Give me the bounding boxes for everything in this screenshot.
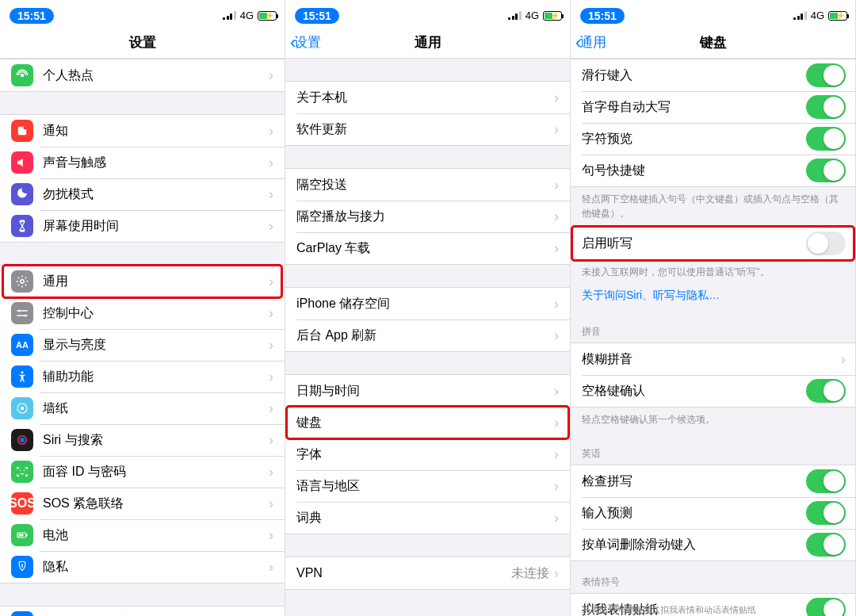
keyboard-row[interactable]: 句号快捷键 bbox=[571, 155, 855, 186]
battery-icon: ⚡ bbox=[543, 11, 562, 21]
section-header: 表情符号 bbox=[571, 561, 855, 593]
status-bar: 15:51 4G ⚡ bbox=[285, 0, 570, 27]
settings-row-hotspot[interactable]: 个人热点 › bbox=[0, 59, 285, 91]
settings-row-notif[interactable]: 通知 › bbox=[0, 115, 285, 147]
settings-row-screentime[interactable]: 屏幕使用时间 › bbox=[0, 210, 285, 242]
row-label: 通知 bbox=[43, 123, 269, 140]
chevron-right-icon: › bbox=[269, 155, 273, 171]
screentime-icon bbox=[11, 215, 33, 237]
network-label: 4G bbox=[525, 10, 539, 21]
signal-icon bbox=[508, 11, 522, 20]
general-row[interactable]: 软件更新 › bbox=[285, 113, 570, 145]
row-label: 显示与亮度 bbox=[43, 337, 269, 354]
row-label: 关于本机 bbox=[296, 90, 554, 106]
dictation-row[interactable]: 启用听写 bbox=[571, 228, 855, 259]
toggle-switch[interactable] bbox=[806, 501, 846, 525]
siri-icon bbox=[11, 429, 33, 451]
back-button[interactable]: ‹ 通用 bbox=[575, 27, 606, 58]
svg-rect-17 bbox=[19, 534, 24, 537]
general-row[interactable]: 后台 App 刷新 › bbox=[285, 319, 570, 351]
chevron-right-icon: › bbox=[554, 327, 559, 344]
general-row[interactable]: iPhone 储存空间 › bbox=[285, 288, 570, 319]
chevron-right-icon: › bbox=[269, 186, 273, 203]
settings-row-sos[interactable]: SOS SOS 紧急联络 › bbox=[0, 488, 285, 519]
status-bar: 15:51 4G ⚡ bbox=[571, 0, 855, 27]
chevron-right-icon: › bbox=[554, 240, 559, 257]
settings-panel: 15:51 4G ⚡ 设置 个人热点 › 通知 › 声音与触感 › bbox=[0, 0, 285, 616]
footer-text: 从表情符号键盘发送拟我表情和动话表情贴纸 bbox=[571, 603, 855, 616]
keyboard-row[interactable]: 按单词删除滑动键入 bbox=[571, 529, 855, 561]
toggle-switch[interactable] bbox=[806, 127, 846, 151]
toggle-switch[interactable] bbox=[806, 231, 846, 255]
settings-list[interactable]: 个人热点 › 通知 › 声音与触感 › 勿扰模式 › 屏幕使用时间 bbox=[0, 59, 285, 616]
general-row[interactable]: 语言与地区 › bbox=[285, 470, 570, 502]
chevron-right-icon: › bbox=[269, 495, 273, 512]
battery-icon: ⚡ bbox=[828, 11, 847, 21]
chevron-right-icon: › bbox=[269, 400, 273, 417]
general-row[interactable]: 词典 › bbox=[285, 502, 570, 534]
row-label: 首字母自动大写 bbox=[582, 99, 806, 116]
keyboard-row[interactable]: 字符预览 bbox=[571, 123, 855, 155]
display-icon: AA bbox=[11, 334, 33, 356]
toggle-switch[interactable] bbox=[806, 63, 846, 87]
toggle-switch[interactable] bbox=[806, 533, 846, 557]
general-row[interactable]: 日期与时间 › bbox=[285, 375, 570, 407]
settings-row-appstore[interactable]: iTunes Store 与 App Store › bbox=[0, 606, 285, 616]
svg-rect-16 bbox=[26, 534, 28, 537]
row-label: 字体 bbox=[296, 446, 554, 463]
appstore-icon bbox=[11, 611, 33, 616]
settings-row-privacy[interactable]: 隐私 › bbox=[0, 551, 285, 583]
keyboard-row[interactable]: 滑行键入 bbox=[571, 59, 855, 91]
navbar: ‹ 通用 键盘 bbox=[571, 27, 855, 59]
settings-row-sound[interactable]: 声音与触感 › bbox=[0, 147, 285, 178]
row-label: 句号快捷键 bbox=[582, 163, 806, 179]
keyboard-row[interactable]: 检查拼写 bbox=[571, 465, 855, 497]
chevron-right-icon: › bbox=[269, 559, 273, 576]
svg-point-5 bbox=[21, 280, 25, 284]
status-time: 15:51 bbox=[10, 8, 54, 24]
toggle-switch[interactable] bbox=[806, 379, 846, 403]
sound-icon bbox=[11, 151, 33, 174]
settings-row-dnd[interactable]: 勿扰模式 › bbox=[0, 178, 285, 210]
battery-icon bbox=[11, 524, 33, 546]
chevron-right-icon: › bbox=[554, 296, 559, 312]
general-row[interactable]: 字体 › bbox=[285, 438, 570, 470]
keyboard-row[interactable]: 模糊拼音› bbox=[571, 343, 855, 375]
settings-row-display[interactable]: AA 显示与亮度 › bbox=[0, 329, 285, 361]
settings-row-faceid[interactable]: 面容 ID 与密码 › bbox=[0, 456, 285, 488]
svg-point-14 bbox=[24, 470, 25, 472]
row-label: 声音与触感 bbox=[43, 155, 269, 171]
general-row[interactable]: 隔空投送 › bbox=[285, 169, 570, 201]
keyboard-row[interactable]: 输入预测 bbox=[571, 497, 855, 529]
hotspot-icon bbox=[11, 64, 33, 86]
general-list[interactable]: 关于本机 › 软件更新 › 隔空投送 › 隔空播放与接力 › CarPl bbox=[285, 59, 570, 590]
page-title: 设置 bbox=[129, 33, 156, 52]
notif-icon bbox=[11, 120, 33, 142]
toggle-switch[interactable] bbox=[806, 95, 846, 119]
settings-row-wallpaper[interactable]: 墙纸 › bbox=[0, 392, 285, 424]
general-row[interactable]: 关于本机 › bbox=[285, 82, 570, 113]
keyboard-row[interactable]: 首字母自动大写 bbox=[571, 91, 855, 123]
row-label: 检查拼写 bbox=[582, 473, 806, 490]
general-panel: 15:51 4G ⚡ ‹ 设置 通用 关于本机 › 软件更新 › 隔 bbox=[285, 0, 571, 616]
status-time: 15:51 bbox=[295, 8, 339, 24]
privacy-icon bbox=[11, 556, 33, 578]
settings-row-general[interactable]: 通用 › bbox=[0, 266, 285, 297]
general-row[interactable]: CarPlay 车载 › bbox=[285, 232, 570, 264]
siri-privacy-link[interactable]: 关于询问Siri、听写与隐私… bbox=[571, 285, 855, 311]
general-row[interactable]: VPN 未连接 › bbox=[285, 557, 570, 589]
toggle-switch[interactable] bbox=[806, 469, 846, 493]
keyboard-row[interactable]: 空格键确认 bbox=[571, 375, 855, 407]
back-button[interactable]: ‹ 设置 bbox=[290, 27, 321, 58]
settings-row-siri[interactable]: Siri 与搜索 › bbox=[0, 424, 285, 456]
general-row[interactable]: 键盘 › bbox=[285, 407, 570, 438]
toggle-switch[interactable] bbox=[806, 159, 846, 182]
settings-row-control[interactable]: 控制中心 › bbox=[0, 297, 285, 329]
settings-row-battery[interactable]: 电池 › bbox=[0, 519, 285, 551]
general-row[interactable]: 隔空播放与接力 › bbox=[285, 201, 570, 232]
settings-row-access[interactable]: 辅助功能 › bbox=[0, 361, 285, 392]
row-label: 后台 App 刷新 bbox=[296, 327, 554, 344]
row-label: 屏幕使用时间 bbox=[43, 218, 269, 235]
keyboard-list[interactable]: 滑行键入 首字母自动大写 字符预览 句号快捷键 轻点两下空格键插入句号（中文键盘… bbox=[571, 59, 855, 616]
row-label: Siri 与搜索 bbox=[43, 432, 269, 449]
